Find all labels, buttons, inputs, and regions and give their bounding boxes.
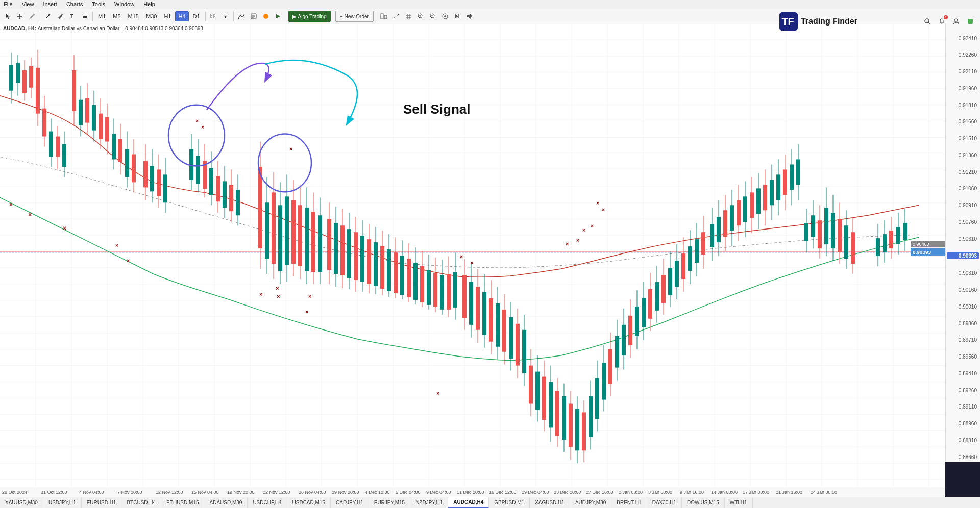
tf-h1[interactable]: H1 xyxy=(161,11,174,21)
svg-text:T: T xyxy=(70,14,74,19)
tf-m5[interactable]: M5 xyxy=(110,11,124,21)
algo-trading-btn[interactable]: ▶ Algo Trading xyxy=(288,11,331,22)
tab-gbpusd-m1[interactable]: GBPUSD,M1 xyxy=(489,497,530,508)
svg-rect-232 xyxy=(482,292,486,335)
svg-rect-230 xyxy=(476,287,480,330)
svg-text:0.90393: 0.90393 xyxy=(913,249,932,255)
line-tool[interactable] xyxy=(27,11,38,22)
search-icon[interactable] xyxy=(922,16,933,27)
menu-tools[interactable]: Tools xyxy=(90,1,107,7)
svg-rect-252 xyxy=(549,382,553,427)
indicator-btn[interactable] xyxy=(236,11,247,22)
svg-marker-38 xyxy=(469,14,471,19)
svg-rect-302 xyxy=(717,217,721,242)
svg-rect-350 xyxy=(896,227,900,244)
svg-rect-316 xyxy=(763,185,767,210)
account-icon[interactable] xyxy=(950,16,962,27)
svg-line-27 xyxy=(422,17,423,19)
menu-charts[interactable]: Charts xyxy=(65,1,84,7)
svg-rect-192 xyxy=(347,229,351,278)
tf-m30[interactable]: M30 xyxy=(143,11,160,21)
tab-audcad-h4[interactable]: AUDCAD,H4 xyxy=(448,497,489,508)
tab-dax30-h1[interactable]: DAX30,H1 xyxy=(647,497,682,508)
properties-btn[interactable] xyxy=(439,11,451,22)
svg-rect-136 xyxy=(118,139,122,162)
green-indicator[interactable] xyxy=(965,16,976,27)
tab-eurusd-h1[interactable]: EURUSD,H1 xyxy=(82,497,122,508)
menu-file[interactable]: File xyxy=(2,1,14,7)
svg-rect-342 xyxy=(851,232,855,264)
tab-cadjpy-h1[interactable]: CADJPY,H1 xyxy=(331,497,369,508)
cursor-tool[interactable] xyxy=(2,11,13,22)
tab-dow-us-m15[interactable]: DOW,US,M15 xyxy=(682,497,725,508)
text-tool[interactable]: T xyxy=(67,11,78,22)
logo-text: Trading Finder xyxy=(801,17,857,26)
svg-rect-248 xyxy=(535,372,540,410)
tab-nzdjpy-h1[interactable]: NZDJPY,H1 xyxy=(410,497,448,508)
svg-rect-310 xyxy=(743,196,747,222)
pencil-tool[interactable] xyxy=(55,11,66,22)
svg-rect-298 xyxy=(701,232,705,255)
tf-m15[interactable]: M15 xyxy=(125,11,142,21)
menu-window[interactable]: Window xyxy=(113,1,136,7)
menu-insert[interactable]: Insert xyxy=(41,1,59,7)
svg-rect-198 xyxy=(367,239,371,284)
tab-ethusd-m15[interactable]: ETHUSD,M15 xyxy=(161,497,204,508)
color-btn[interactable] xyxy=(260,11,272,22)
arrow-tool[interactable] xyxy=(42,11,54,22)
separator-6 xyxy=(333,12,333,21)
eraser-tool[interactable] xyxy=(79,11,90,22)
svg-rect-348 xyxy=(889,231,893,248)
tab-xauusd-m30[interactable]: XAUUSD,M30 xyxy=(0,497,43,508)
menu-view[interactable]: View xyxy=(20,1,36,7)
tab-btcusd-h4[interactable]: BTCUSD,H4 xyxy=(121,497,161,508)
plus-tool[interactable] xyxy=(14,11,26,22)
tab-xagusd-h1[interactable]: XAGUSD,H1 xyxy=(530,497,570,508)
svg-text:×: × xyxy=(127,258,130,264)
menu-bar: File View Insert Charts Tools Window Hel… xyxy=(0,0,980,9)
chart-type-btn[interactable] xyxy=(208,11,219,22)
new-order-btn[interactable]: + New Order xyxy=(335,11,374,22)
tab-usdcad-m15[interactable]: USDCAD,M15 xyxy=(287,497,331,508)
tab-usdjpy-h1[interactable]: USDJPY,H1 xyxy=(43,497,82,508)
template-btn[interactable] xyxy=(248,11,259,22)
tab-audjpy-m30[interactable]: AUDJPY,M30 xyxy=(570,497,611,508)
tf-m1[interactable]: M1 xyxy=(95,11,109,21)
tab-usdchf-h4[interactable]: USDCHF,H4 xyxy=(248,497,287,508)
zoom-out-btn[interactable] xyxy=(427,11,438,22)
grid-btn[interactable] xyxy=(403,11,414,22)
symbol-name: AUDCAD, H4: xyxy=(3,26,38,31)
play-btn[interactable] xyxy=(273,11,284,22)
tab-brent-h1[interactable]: BRENT,H1 xyxy=(611,497,647,508)
sound-btn[interactable] xyxy=(464,11,475,22)
svg-rect-340 xyxy=(844,225,848,259)
forward-btn[interactable] xyxy=(452,11,463,22)
tf-h4[interactable]: H4 xyxy=(175,11,188,21)
tab-adausd-m30[interactable]: ADAUSD,M30 xyxy=(204,497,248,508)
chart-type-dropdown[interactable]: ▾ xyxy=(220,11,231,22)
market-watch-btn[interactable] xyxy=(378,11,389,22)
zoom-in-btn[interactable] xyxy=(415,11,426,22)
svg-point-41 xyxy=(925,19,929,23)
svg-rect-176 xyxy=(291,200,296,264)
svg-rect-228 xyxy=(469,282,473,325)
tf-d1[interactable]: D1 xyxy=(190,11,203,21)
svg-rect-188 xyxy=(334,223,338,274)
menu-help[interactable]: Help xyxy=(142,1,157,7)
svg-rect-312 xyxy=(750,192,754,218)
notification-icon[interactable]: 1 xyxy=(936,16,947,27)
svg-rect-242 xyxy=(516,324,520,366)
svg-marker-18 xyxy=(276,14,280,18)
tab-wti-h1[interactable]: WTI,H1 xyxy=(725,497,753,508)
svg-rect-304 xyxy=(723,210,727,237)
svg-rect-260 xyxy=(575,409,579,450)
svg-rect-186 xyxy=(327,219,331,270)
svg-rect-158 xyxy=(216,176,220,201)
svg-rect-352 xyxy=(903,223,907,240)
depth-btn[interactable] xyxy=(390,11,402,22)
svg-text:×: × xyxy=(591,223,594,229)
svg-rect-218 xyxy=(433,273,437,307)
svg-rect-266 xyxy=(595,378,599,419)
svg-text:×: × xyxy=(308,293,311,299)
tab-eurjpy-m15[interactable]: EURJPY,M15 xyxy=(369,497,410,508)
